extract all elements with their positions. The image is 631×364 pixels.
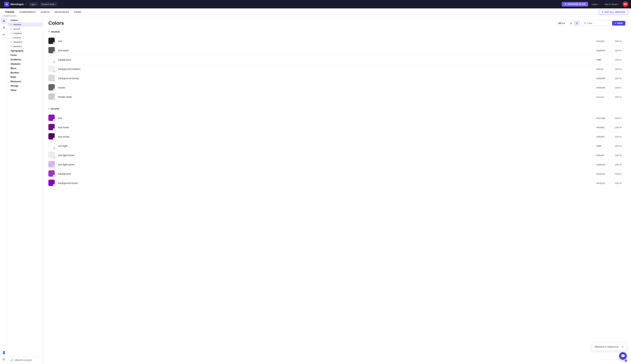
swatch-badge: F [53, 166, 56, 168]
color-name: background-medium [58, 68, 593, 70]
new-button[interactable]: + NEW [612, 21, 625, 26]
sidebar-item-assistive[interactable]: assistive [8, 44, 43, 48]
color-swatch-container: F [49, 161, 56, 168]
positive-dot [11, 37, 12, 38]
swatch-badge: F [53, 89, 56, 91]
sidebar-scroll: Colors neutral accent negative positive … [8, 16, 43, 356]
accent-group-header: ▾ accent [49, 107, 625, 112]
color-hex: #cccccc [596, 96, 612, 98]
sidebar-item-borders[interactable]: Borders [8, 70, 43, 75]
swatch-badge: F [53, 175, 56, 177]
brand-name: Monologue [11, 3, 24, 6]
sidebar-item-strings[interactable]: Strings [8, 84, 43, 88]
tab-figma[interactable]: FIGMA [72, 8, 83, 16]
color-name: background-strong [58, 77, 593, 80]
hex-dropdown[interactable]: HEX ▾ [556, 21, 567, 26]
sidebar-item-neutral[interactable]: neutral [8, 22, 43, 27]
color-name: background-hover [58, 182, 593, 184]
color-hex: #6e0f8a [596, 126, 612, 129]
sidebar-item-blurs[interactable]: Blurs [8, 66, 43, 70]
get-updates-button[interactable]: ↻ GET ALL UPDATES [599, 10, 628, 15]
brand-chevron-icon: ▾ [25, 3, 26, 5]
filter-input[interactable] [587, 22, 608, 24]
content-header: Colors HEX ▾ ⊞ ☰ 🔍 + NEW [49, 20, 625, 26]
swatch-badge: F [53, 61, 56, 63]
welcome-close-button[interactable]: ∧ [622, 345, 624, 348]
hex-chevron-icon: ▾ [563, 22, 565, 24]
components-icon-button[interactable]: ❖ [1, 24, 7, 31]
user-avatar[interactable]: BR [622, 2, 628, 7]
grid-view-button[interactable]: ⊞ [568, 21, 574, 26]
neutral-dot [11, 24, 12, 25]
accent-group-title: accent [51, 107, 59, 110]
create-aliases-button[interactable]: 🔗 CREATE ALIASES [11, 358, 40, 362]
sidebar-item-typography[interactable]: Typography [8, 48, 43, 53]
neutral-collapse-icon[interactable]: ▾ [49, 30, 50, 33]
table-row: F text-weak #595959 100 % [49, 46, 625, 55]
swatch-badge: F [53, 80, 56, 82]
sidebar-item-accent[interactable]: accent [8, 27, 43, 31]
list-view-button[interactable]: ☰ [574, 21, 580, 26]
sidebar-item-disabled[interactable]: disabled [8, 40, 43, 44]
color-opacity: 100 % [615, 163, 625, 166]
disabled-dot [11, 41, 12, 43]
tab-assets[interactable]: ASSETS [39, 8, 52, 16]
chat-bubble[interactable]: 💬 [619, 352, 627, 360]
color-name: border-weak [58, 96, 593, 98]
color-opacity: 100 % [615, 68, 625, 70]
draft-dropdown[interactable]: Shared Draft ▾ [40, 2, 58, 6]
color-hex: #595959 [596, 49, 612, 52]
color-swatch-container: F [49, 47, 56, 54]
user-icon-button[interactable]: 👤 [1, 349, 7, 356]
sidebar-item-positive[interactable]: positive [8, 36, 43, 40]
get-in-touch-button[interactable]: Get In Touch ▾ [602, 2, 621, 6]
view-toggle: ⊞ ☰ [568, 20, 580, 26]
sidebar-item-negative[interactable]: negative [8, 31, 43, 36]
upgrade-button[interactable]: ⬆ UPGRADE PLAN [562, 2, 588, 6]
color-opacity: 100 % [615, 117, 625, 120]
sidebar-positive-label: positive [13, 36, 21, 39]
sidebar: Colors neutral accent negative positive … [8, 16, 43, 364]
color-hex: #4f0066 [596, 136, 612, 138]
color-name: text-light-hover [58, 154, 593, 157]
user-icon: 👤 [2, 351, 6, 354]
mode-chevron-icon: ▾ [36, 3, 37, 5]
draft-label: Shared Draft [41, 3, 54, 6]
color-hex: #ffffff [596, 145, 612, 148]
sidebar-item-radii[interactable]: Radii [8, 75, 43, 79]
accent-collapse-icon[interactable]: ▾ [49, 108, 50, 110]
color-swatch-container: F [49, 124, 56, 131]
color-name: text-active [58, 135, 593, 138]
accent-color-group: ▾ accent F text #9214b8 100 % F text-hov [49, 107, 625, 188]
mode-dropdown[interactable]: Light ▾ [29, 2, 39, 6]
sidebar-item-fonts[interactable]: Fonts [8, 53, 43, 57]
top-nav: M Monologue ▾ Light ▾ Shared Draft ▾ ⬆ U… [0, 0, 631, 8]
sidebar-item-gradients[interactable]: Gradients [8, 57, 43, 62]
welcome-card: Welcome to Supernova ∧ [592, 343, 627, 351]
sidebar-item-shadows[interactable]: Shadows [8, 62, 43, 66]
sidebar-footer: 🔗 CREATE ALIASES [8, 356, 43, 364]
tab-resources[interactable]: RESOURCES [53, 8, 71, 16]
color-hex: #d9d9d9 [596, 77, 612, 80]
create-aliases-label: CREATE ALIASES [14, 359, 32, 362]
table-row: F text #231f20 100 % [49, 37, 625, 46]
refresh-icon: ↻ [602, 11, 604, 14]
sidebar-item-measures[interactable]: Measures [8, 79, 43, 84]
brand-button[interactable]: M Monologue ▾ [3, 1, 27, 7]
sidebar-item-other[interactable]: Other [8, 88, 43, 92]
learn-button[interactable]: Learn ▾ [589, 2, 601, 6]
settings-icon-button[interactable]: ⚙ [1, 356, 7, 362]
tokens-icon-button[interactable]: ◈ [1, 18, 7, 24]
new-label: NEW [617, 22, 622, 24]
swatch-badge: F [53, 184, 56, 187]
second-nav: TOKENS COMPONENTS ASSETS RESOURCES FIGMA… [0, 8, 631, 16]
color-hex: #f2f2f2 [596, 68, 612, 70]
color-swatch-container: F [49, 114, 56, 122]
header-controls: HEX ▾ ⊞ ☰ 🔍 + NEW [556, 20, 625, 26]
sidebar-accent-label: accent [13, 28, 20, 30]
color-swatch-container: F [49, 75, 56, 82]
neutral-color-group: ▾ neutral F text #231f20 100 % F text-we [49, 30, 625, 102]
code-icon-button[interactable]: </> [1, 32, 7, 38]
tab-components[interactable]: COMPONENTS [17, 8, 38, 16]
tab-tokens[interactable]: TOKENS [3, 8, 17, 16]
